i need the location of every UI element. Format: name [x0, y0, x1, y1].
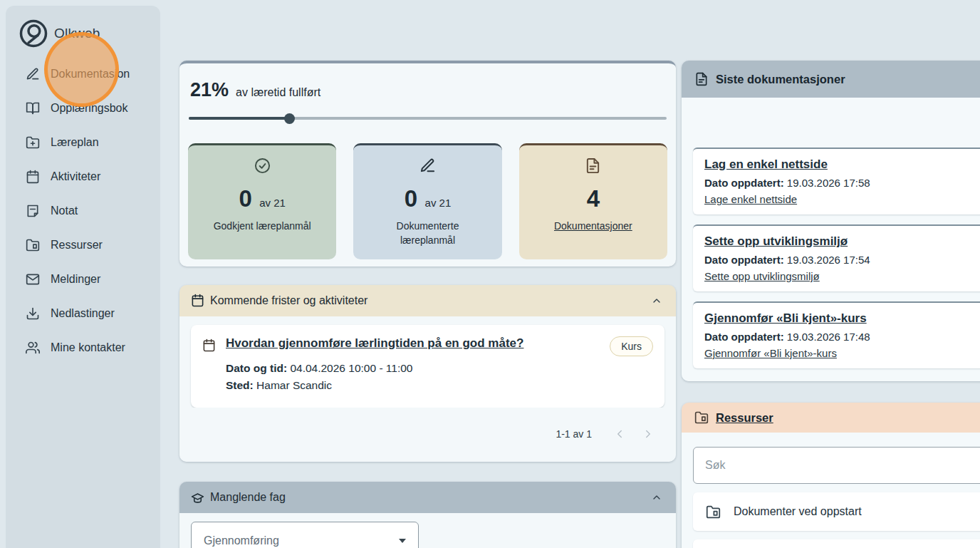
event-date-label: Dato og tid: — [226, 362, 287, 374]
event-title-link[interactable]: Hvordan gjennomføre lærlingtiden på en g… — [226, 336, 523, 350]
doc-goal-link[interactable]: Sette opp utviklingsmiljø — [704, 270, 980, 282]
olkweb-logo-icon — [19, 19, 48, 48]
event-place-label: Sted: — [226, 379, 254, 391]
progress-caption: av læretid fullført — [236, 86, 320, 99]
doc-date-row: Dato oppdatert: 19.03.2026 17:58 — [704, 177, 980, 189]
doc-date-label: Dato oppdatert: — [704, 254, 784, 266]
stat-value: 0 — [405, 185, 417, 212]
missing-subjects-title: Manglende fag — [210, 491, 286, 504]
stat-value: 0 — [239, 185, 251, 212]
dashboard-screen: Olkweb Dokumentasjon Opplæringsbok Lærep… — [0, 0, 980, 548]
sidebar-item-laereplan[interactable]: Læreplan — [6, 125, 160, 160]
doc-title-link[interactable]: Sette opp utviklingsmiljø — [704, 234, 848, 248]
folder-doc-icon — [26, 238, 40, 252]
graduation-cap-icon — [191, 491, 204, 505]
chevron-left-icon — [613, 428, 626, 440]
doc-date-value: 19.03.2026 17:54 — [787, 254, 870, 266]
progress-slider[interactable] — [189, 117, 667, 120]
collapse-button[interactable] — [649, 490, 664, 505]
chevron-up-icon — [651, 492, 662, 503]
pagination-next-button[interactable] — [639, 425, 657, 443]
doc-date-value: 19.03.2026 17:58 — [787, 177, 870, 189]
sidebar-item-aktiviteter[interactable]: Aktiviteter — [6, 160, 160, 194]
mail-icon — [26, 272, 40, 286]
sidebar-item-dokumentasjon[interactable]: Dokumentasjon — [6, 57, 160, 91]
gjennomforing-dropdown[interactable]: Gjennomføring — [191, 522, 419, 548]
progress-slider-fill — [189, 117, 289, 120]
sidebar-item-label: Meldinger — [51, 273, 100, 286]
sidebar-item-ressurser[interactable]: Ressurser — [6, 228, 160, 262]
sidebar: Olkweb Dokumentasjon Opplæringsbok Lærep… — [6, 6, 160, 548]
calendar-icon — [202, 338, 216, 352]
pagination-prev-button[interactable] — [610, 425, 629, 443]
stat-suffix: av 21 — [259, 197, 286, 209]
folder-plus-icon — [26, 135, 40, 150]
pencil-icon — [419, 157, 436, 174]
upcoming-section-body: Hvordan gjennomføre lærlingtiden på en g… — [179, 316, 676, 462]
pagination-label: 1-1 av 1 — [556, 428, 592, 440]
stat-value-row: 0 av 21 — [360, 185, 494, 212]
dropdown-selected-value: Gjennomføring — [204, 534, 279, 547]
pencil-icon — [26, 67, 40, 81]
doc-title-link[interactable]: Lag en enkel nettside — [704, 157, 828, 171]
chevron-up-icon — [651, 295, 662, 306]
progress-slider-thumb[interactable] — [284, 113, 295, 124]
resources-search-input[interactable] — [693, 447, 980, 484]
stat-label: Godkjent læreplanmål — [195, 219, 329, 233]
stat-value-row: 4 — [526, 185, 660, 212]
event-type-badge: Kurs — [610, 336, 653, 356]
doc-card: Lag en enkel nettside Dato oppdatert: 19… — [693, 148, 980, 214]
missing-subjects-section: Manglende fag Gjennomføring — [179, 482, 676, 548]
upcoming-section-title: Kommende frister og aktiviteter — [210, 294, 368, 307]
event-date-value: 04.04.2026 10:00 - 11:00 — [290, 362, 412, 374]
collapse-button[interactable] — [649, 293, 664, 309]
resource-folder-label: Dokumenter ved oppstart — [734, 505, 862, 518]
sidebar-nav: Dokumentasjon Opplæringsbok Læreplan Akt… — [6, 57, 160, 365]
stat-dokumentasjoner-link[interactable]: Dokumentasjoner — [554, 219, 632, 233]
resource-folder-item[interactable]: HMS-instrukser — [693, 539, 980, 548]
stat-value-row: 0 av 21 — [195, 185, 329, 212]
event-date-row: Dato og tid: 04.04.2026 10:00 - 11:00 — [226, 360, 600, 378]
sidebar-item-label: Ressurser — [51, 239, 103, 252]
sidebar-item-label: Opplæringsbok — [51, 102, 128, 115]
doc-date-label: Dato oppdatert: — [704, 177, 784, 189]
stat-label: Dokumenterte læreplanmål — [374, 219, 481, 248]
latest-docs-body: Lag en enkel nettside Dato oppdatert: 19… — [682, 98, 980, 381]
doc-date-value: 19.03.2026 17:48 — [787, 331, 870, 343]
doc-goal-link[interactable]: Gjennomfør «Bli kjent»-kurs — [704, 347, 980, 359]
sidebar-item-mine-kontakter[interactable]: Mine kontakter — [6, 331, 160, 365]
document-icon — [694, 72, 709, 86]
pagination: 1-1 av 1 — [191, 408, 664, 462]
folder-doc-icon — [706, 505, 721, 519]
app-logo[interactable]: Olkweb — [6, 19, 160, 48]
sidebar-item-nedlastinger[interactable]: Nedlastinger — [6, 296, 160, 331]
event-card: Hvordan gjennomføre lærlingtiden på en g… — [191, 325, 664, 408]
sidebar-item-notat[interactable]: Notat — [6, 194, 160, 228]
missing-subjects-header[interactable]: Manglende fag — [179, 482, 676, 513]
event-place-value: Hamar Scandic — [256, 379, 332, 391]
main-content: 21% av læretid fullført 0 av 21 Godkjent… — [179, 61, 676, 548]
doc-card: Sette opp utviklingsmiljø Dato oppdatert… — [693, 224, 980, 291]
doc-date-row: Dato oppdatert: 19.03.2026 17:48 — [704, 331, 980, 343]
event-place-row: Sted: Hamar Scandic — [226, 377, 600, 395]
latest-docs-title: Siste dokumentasjoner — [716, 73, 845, 86]
app-logo-text: Olkweb — [54, 26, 100, 41]
latest-docs-header: Siste dokumentasjoner — [682, 61, 980, 98]
doc-card: Gjennomfør «Bli kjent»-kurs Dato oppdate… — [693, 301, 980, 368]
progress-overview-card: 21% av læretid fullført 0 av 21 Godkjent… — [179, 61, 676, 267]
download-icon — [26, 306, 40, 321]
sidebar-item-label: Dokumentasjon — [51, 68, 130, 81]
doc-title-link[interactable]: Gjennomfør «Bli kjent»-kurs — [704, 311, 867, 325]
latest-docs-panel: Siste dokumentasjoner Lag en enkel netts… — [682, 61, 980, 381]
folder-doc-icon — [694, 410, 709, 425]
calendar-icon — [26, 170, 40, 184]
sidebar-item-label: Læreplan — [51, 136, 99, 149]
stat-card-dokumenterte: 0 av 21 Dokumenterte læreplanmål — [353, 143, 501, 259]
doc-goal-link[interactable]: Lage enkel nettside — [704, 193, 980, 205]
resource-folder-item[interactable]: Dokumenter ved oppstart — [693, 492, 980, 531]
book-icon — [26, 101, 40, 115]
sidebar-item-opplaeringsbok[interactable]: Opplæringsbok — [6, 91, 160, 125]
sidebar-item-meldinger[interactable]: Meldinger — [6, 262, 160, 296]
upcoming-section-header[interactable]: Kommende frister og aktiviteter — [179, 285, 676, 316]
resources-title-link[interactable]: Ressurser — [716, 411, 773, 425]
